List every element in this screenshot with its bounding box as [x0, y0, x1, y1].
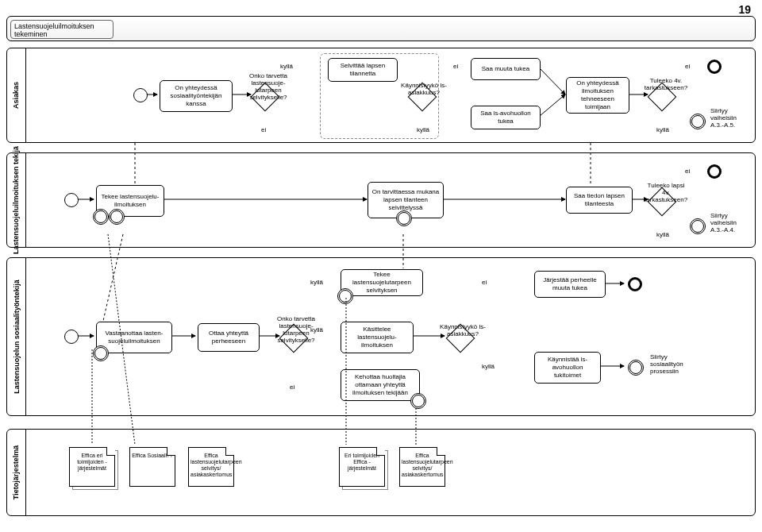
tekija-boundary-event-1 [93, 209, 109, 225]
lane-asiakas: Asiakas On yhteydessä sosiaalityöntekijä… [6, 48, 756, 143]
tieto-doc-effica-selvitys-2: Effica lastensuojelutarpeen selvitys/ as… [399, 447, 445, 487]
sosiaali-gateway2-label: Käynnistyykö ls-asiakkuus? [439, 323, 487, 337]
asiakas-flow-ei-2: ei [453, 63, 458, 70]
tieto-doc-effica-sosiaali: Effica Sosiaali?? [129, 447, 175, 487]
sosiaali-boundary-event-2 [337, 288, 353, 304]
asiakas-gateway2-label: Käynnistyykö ls-asiakkuus? [399, 82, 448, 96]
sosiaali-boundary-event-1 [93, 345, 109, 361]
tekija-start-event [64, 193, 79, 207]
tekija-end-event [707, 164, 722, 179]
page-number: 19 [738, 3, 751, 16]
asiakas-flow-ei-1: ei [261, 126, 266, 133]
asiakas-flow-kylla-3: kyllä [656, 126, 669, 133]
asiakas-gateway3-label: Tuleeko 4v. tarkastukseen? [644, 77, 688, 91]
lane-tekija: Lastensuojeluilmoituksen tekijä Tekee la… [6, 152, 756, 248]
tieto-doc-eri-toimijoiden: Eri toimijoiden Effica -järjestelmät [339, 447, 385, 487]
process-title: Lastensuojeluilmoituksen tekeminen [10, 20, 114, 39]
asiakas-intermediate-event [690, 114, 706, 129]
asiakas-end-label: Siirtyy vaiheisiin A.3.-A.5. [710, 107, 750, 129]
sosiaali-task-kehottaa-huoltajia: Kehottaa huoltajia ottamaan yhteyttä ilm… [341, 369, 420, 401]
asiakas-task-yhteydessa-toimijaan: On yhteydessä ilmoituksen tehneeseen toi… [566, 77, 629, 114]
lane-sosiaali: Lastensuojelun sosiaalityöntekijä Vastaa… [6, 257, 756, 416]
sosiaali-task-ottaa-yhteytta: Ottaa yhteyttä perheeseen [198, 323, 260, 352]
tekija-gateway-label: Tuleeko lapsi 4v. tarkastukseen? [644, 182, 688, 203]
sosiaali-flow-kylla-2: kyllä [482, 363, 495, 370]
sosiaali-flow-kylla-1a: kyllä [310, 279, 323, 286]
tekija-intermediate-event [690, 218, 706, 234]
sosiaali-start-event [64, 330, 79, 344]
tekija-boundary-event-2 [109, 209, 125, 225]
asiakas-gateway1-label: Onko tarvetta lastensuoje-lutarpeen selv… [244, 72, 292, 101]
lane-asiakas-label: Asiakas [7, 48, 26, 142]
sosiaali-end-label: Siirtyy sosiaalityön prosessiin [650, 353, 693, 375]
asiakas-task-yhteydessa-sosiaali: On yhteydessä sosiaalityöntekijän kanssa [160, 80, 233, 112]
asiakas-end-event [707, 60, 722, 74]
lane-tieto: Tietojärjestelmä Effica eri toimijoiden … [6, 429, 756, 516]
tekija-boundary-event-3 [396, 210, 412, 226]
asiakas-task-selvittaa-tilannetta: Selvittää lapsen tilannetta [328, 58, 398, 82]
sosiaali-end-event [628, 277, 642, 291]
sosiaali-task-kaynnistaa-tukitoimet: Käynnistää ls-avohuollon tukitoimet [534, 352, 601, 384]
sosiaali-task-tekee-selvityksen: Tekee lastensuojelutarpeen selvityksen [341, 269, 423, 296]
tekija-flow-ei: ei [685, 168, 690, 175]
sosiaali-boundary-event-3 [410, 393, 426, 409]
tieto-doc-effica-toimijoiden: Effica eri toimijoiden -järjestelmät [69, 447, 115, 487]
asiakas-task-saa-muuta-tukea: Saa muuta tukea [471, 58, 541, 80]
asiakas-flow-ei-3: ei [685, 63, 690, 70]
sosiaali-intermediate-event [628, 360, 644, 376]
tieto-doc-effica-selvitys-1: Effica lastensuojelutarpeen selvitys/ as… [188, 447, 234, 487]
lane-tekija-label: Lastensuojeluilmoituksen tekijä [7, 153, 26, 247]
lane-tieto-label: Tietojärjestelmä [7, 430, 26, 515]
asiakas-flow-kylla-2: kyllä [417, 126, 429, 133]
sosiaali-flow-ei-1: ei [290, 384, 294, 391]
sosiaali-flow-ei-2: ei [482, 279, 487, 286]
sosiaali-task-jarjestaa-tukea: Järjestää perheelle muuta tukea [534, 271, 606, 298]
asiakas-start-event [133, 88, 148, 102]
asiakas-task-saa-avohuollon-tukea: Saa ls-avohuollon tukea [471, 106, 541, 129]
tekija-end-label: Siirtyy vaiheisiin A.3.-A.4. [710, 212, 750, 233]
asiakas-flow-kylla-1: kyllä [280, 63, 293, 70]
tekija-task-saa-tiedon: Saa tiedon lapsen tilanteesta [566, 187, 633, 214]
process-pool-header: Lastensuojeluilmoituksen tekeminen [6, 16, 756, 41]
sosiaali-flow-kylla-1b: kyllä [310, 326, 323, 333]
sosiaali-task-kasittelee-ilmoituksen: Käsittelee lastensuojelu-ilmoituksen [341, 322, 414, 353]
lane-sosiaali-label: Lastensuojelun sosiaalityöntekijä [7, 258, 26, 415]
tekija-flow-kylla: kyllä [656, 231, 669, 238]
